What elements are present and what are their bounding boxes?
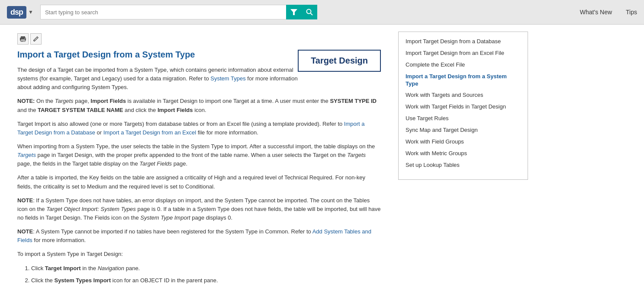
system-type-id-text: SYSTEM TYPE ID xyxy=(330,98,377,104)
note-3-label: NOTE xyxy=(17,228,33,235)
search-icon xyxy=(306,9,313,16)
sidebar-toc: Import Target Design from a DatabaseImpo… xyxy=(398,32,528,180)
toc-item-0[interactable]: Import Target Design from a Database xyxy=(406,38,521,45)
svg-rect-8 xyxy=(25,38,26,39)
search-input[interactable] xyxy=(40,5,286,19)
toc-item-1[interactable]: Import Target Design from an Excel File xyxy=(406,50,521,57)
edit-button[interactable] xyxy=(30,33,42,45)
svg-rect-3 xyxy=(21,36,25,38)
toc-item-3[interactable]: Import a Target Design from a System Typ… xyxy=(406,73,521,88)
paragraph-5: After a table is imported, the Key field… xyxy=(17,173,381,191)
add-system-tables-link[interactable]: Add System Tables and Fields xyxy=(17,228,371,243)
print-icon xyxy=(20,36,26,42)
header: dsp ▼ What's New Tips xyxy=(0,0,644,25)
step-2: Click the System Types Import icon for a… xyxy=(31,276,381,284)
paragraph-3: Target Import is also allowed (one or mo… xyxy=(17,120,381,137)
import-from-excel-link[interactable]: Import a Target Design from an Excel xyxy=(103,129,196,136)
content-area: Target Design Import a Target Design fro… xyxy=(0,25,398,284)
toc-item-6[interactable]: Use Target Rules xyxy=(406,115,521,122)
targets-link[interactable]: Targets xyxy=(17,152,36,158)
search-bar xyxy=(40,5,317,19)
logo-area: dsp ▼ xyxy=(7,6,33,19)
system-types-link[interactable]: System Types xyxy=(210,75,245,82)
note-3: NOTE: A System Type cannot be imported i… xyxy=(17,227,381,245)
step-1-bold: Target Import xyxy=(45,265,81,271)
steps-list: Click Target Import in the Navigation pa… xyxy=(31,264,381,284)
filter-icon xyxy=(290,9,297,15)
targets-text-1: Targets xyxy=(55,98,74,104)
svg-line-2 xyxy=(310,13,312,16)
steps-intro: To import a System Type in Target Design… xyxy=(17,250,381,258)
toolbar xyxy=(17,33,381,45)
system-type-import-text: System Type Import xyxy=(140,214,190,221)
toc-item-5[interactable]: Work with Target Fields in Target Design xyxy=(406,103,521,111)
svg-rect-6 xyxy=(21,40,25,41)
logo[interactable]: dsp xyxy=(7,6,26,19)
step-1: Click Target Import in the Navigation pa… xyxy=(31,264,381,273)
toc-item-2[interactable]: Complete the Excel File xyxy=(406,61,521,69)
toc-item-7[interactable]: Sync Map and Target Design xyxy=(406,127,521,134)
toc-item-4[interactable]: Work with Targets and Sources xyxy=(406,92,521,99)
toc-item-10[interactable]: Set up Lookup Tables xyxy=(406,162,521,169)
target-system-table-text: TARGET SYSTEM TABLE NAME xyxy=(38,107,123,113)
toc-item-9[interactable]: Work with Metric Groups xyxy=(406,150,521,157)
target-fields-text: Target Fields xyxy=(139,160,172,167)
main: Target Design Import a Target Design fro… xyxy=(0,25,644,284)
note-2-label: NOTE xyxy=(17,197,33,204)
note-1: NOTE: On the Targets page, Import Fields… xyxy=(17,97,381,114)
targets-text-2: Targets xyxy=(347,152,366,158)
step-1-italic: Navigation xyxy=(98,265,124,271)
whats-new-link[interactable]: What's New xyxy=(580,9,612,16)
target-object-import-text: Target Object Import: System Types xyxy=(46,206,136,212)
note-1-label: NOTE: xyxy=(17,98,35,104)
step-2-bold: System Types Import xyxy=(54,277,111,284)
search-button[interactable] xyxy=(302,5,317,19)
print-button[interactable] xyxy=(17,33,29,45)
toc-item-8[interactable]: Work with Field Groups xyxy=(406,138,521,146)
paragraph-4: When importing from a System Type, the u… xyxy=(17,142,381,168)
note-2: NOTE: If a System Type does not have tab… xyxy=(17,196,381,222)
svg-rect-7 xyxy=(21,41,23,41)
import-fields-text: Import Fields xyxy=(90,98,126,104)
tips-link[interactable]: Tips xyxy=(626,9,637,16)
page-title-badge: Target Design xyxy=(298,50,381,72)
import-fields-text-2: Import Fields xyxy=(158,107,193,113)
nav-links: What's New Tips xyxy=(580,9,637,16)
edit-icon xyxy=(33,36,39,42)
svg-point-1 xyxy=(306,10,311,14)
logo-chevron-icon[interactable]: ▼ xyxy=(28,9,33,15)
filter-button[interactable] xyxy=(286,5,302,19)
svg-marker-0 xyxy=(290,9,297,15)
